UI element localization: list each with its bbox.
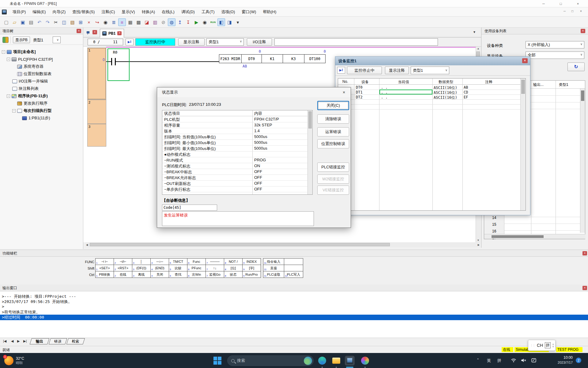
fkey-f2[interactable]: 2⊣/⊢ — [114, 258, 132, 265]
show-pb-button[interactable]: 显示PB — [13, 36, 30, 43]
tray-ime-mode[interactable]: 拼 — [497, 358, 501, 363]
scrollbar-thumb[interactable] — [308, 111, 312, 128]
operand-cell-dt0[interactable]: DT0 — [241, 54, 262, 63]
fkey-ctrl-f8[interactable]: 8状态 — [224, 271, 243, 278]
menu-debug[interactable]: 调试(D) — [178, 7, 198, 17]
toolbar-more-icon[interactable]: ▾ — [234, 18, 242, 26]
scroll-right-icon[interactable]: ▶ — [478, 243, 480, 246]
nav-last-icon[interactable]: ▶| — [23, 339, 27, 343]
fkey-ctrl-f6[interactable]: 6次Win — [187, 271, 206, 278]
clock-date[interactable]: 2023/7/17 — [548, 361, 573, 364]
mdi-close-button[interactable]: × — [580, 10, 582, 13]
convert-icon[interactable]: ▶ — [193, 18, 200, 26]
search-box[interactable]: 搜索 — [227, 355, 314, 366]
comment-input[interactable] — [274, 38, 438, 46]
tab-output[interactable]: 输出 — [30, 338, 49, 344]
close-panel-icon[interactable]: × — [582, 251, 587, 255]
tree-type-dropdown[interactable]: ∨ — [53, 36, 61, 43]
menu-view[interactable]: 显示(V) — [118, 7, 138, 17]
nav-prev-icon[interactable]: ◀ — [11, 339, 13, 343]
fkey-shift-f7[interactable]: 7↑↓ — [205, 265, 224, 271]
fkey-shift-f3[interactable]: 3(DF(/)) — [132, 265, 151, 271]
tree-item-block-comment[interactable]: 块注释列表 — [12, 85, 39, 92]
tree-item-system-registers[interactable]: 系统寄存器 — [17, 63, 43, 70]
output-log[interactable]: >--- 开始转换: 项目:FPProject --- >2023/07/17 … — [0, 291, 588, 338]
menu-wizard[interactable]: 向导(Z) — [49, 7, 69, 17]
fkey-ctrl-f4[interactable]: 4关闭 — [150, 271, 169, 278]
collapse-icon[interactable]: − — [2, 50, 5, 54]
fkey-f6[interactable]: 6Func — [187, 258, 206, 265]
fkey-f5[interactable]: 5TM/CT — [169, 258, 187, 265]
fkey-shift-f8[interactable]: 8[位] — [224, 265, 243, 271]
fkey-ctrl-f7[interactable]: 7监视Go — [205, 271, 224, 278]
rung-3-cell[interactable]: 3 — [87, 124, 106, 147]
close-dialog-button[interactable]: 关闭(C) — [317, 101, 349, 110]
close-button[interactable]: × — [571, 0, 585, 7]
status-table[interactable]: 状态项目 内容 PLC机型FP0H C32T/P 程序容量32k STEP 版本… — [162, 110, 313, 195]
fkey-shift-f6[interactable]: 6PFunc — [187, 265, 206, 271]
maximize-button[interactable]: □ — [554, 0, 568, 7]
run-mode-icon[interactable]: RUN — [209, 18, 217, 26]
monitor-toggle-icon[interactable]: ▶‖ — [337, 67, 345, 74]
fkey-f8[interactable]: 8NOT / — [224, 258, 243, 265]
fkey-ctrl-f2[interactable]: 2在线 — [114, 271, 132, 278]
io-comment-list-icon[interactable]: ≣ — [110, 18, 118, 26]
tray-language[interactable]: 英 — [487, 358, 491, 363]
tree-item-project[interactable]: − 项目[未命名] — [2, 48, 36, 55]
fkey-ctrl-f3[interactable]: 3离线 — [132, 271, 151, 278]
device-list-hscrollbar[interactable] — [484, 234, 586, 239]
menu-tools[interactable]: 工具(T) — [198, 7, 218, 17]
ime-mode[interactable]: 拼 — [545, 342, 551, 348]
dialog-titlebar[interactable]: 状态显示 × — [157, 87, 351, 97]
volume-muted-icon[interactable] — [521, 358, 526, 364]
instruction-name-cell[interactable]: F263 MIDR — [219, 54, 242, 63]
show-comment-button[interactable]: 显示注释 — [178, 38, 205, 46]
calc-error-button[interactable]: 运算错误 — [317, 127, 349, 136]
monitor-toggle-icon[interactable]: ▶‖ — [126, 39, 134, 45]
delete-cell-icon[interactable]: × — [85, 18, 93, 26]
ve-link-monitor-button[interactable]: VE链接监控 — [317, 186, 349, 195]
scrollbar-thumb[interactable] — [521, 80, 525, 94]
device-kind-select[interactable]: X (外部输入)∨ — [526, 41, 584, 48]
mdi-minimize-button[interactable]: ─ — [564, 10, 566, 13]
comment-type-select[interactable]: 类型1∨ — [206, 38, 244, 46]
jump-icon[interactable]: ↪ — [93, 18, 101, 26]
menu-help[interactable]: 帮助(H) — [259, 7, 280, 17]
close-window-icon[interactable]: × — [522, 58, 528, 63]
tree-item-program-blocks[interactable]: − 程序块(PB-11步) — [7, 93, 48, 99]
print-icon[interactable]: ▤ — [27, 18, 35, 26]
scrollbar-thumb[interactable] — [90, 243, 390, 246]
fkey-ctrl-f11[interactable]: 11PLC读取 — [263, 271, 284, 278]
row-value[interactable]: . . — [381, 95, 388, 99]
tab-list-dropdown-icon[interactable]: ▼ — [473, 30, 476, 34]
rung-1-cell[interactable]: 1 0 — [87, 48, 106, 100]
instruction-block[interactable]: F263 MIDR DT0 K1 K3 DT100 — [219, 54, 326, 63]
pen-pad-icon[interactable] — [531, 358, 537, 364]
scrollbar-thumb[interactable] — [492, 235, 544, 238]
tray-expand-icon[interactable]: ⌃ — [477, 358, 479, 362]
paint-app-icon[interactable] — [360, 356, 370, 366]
tree-item-io-comment[interactable]: I/O注释一并编辑 — [12, 78, 48, 85]
pin-icon[interactable] — [86, 31, 90, 35]
fkey-ctrl-f1[interactable]: 1PB转换 — [95, 271, 114, 278]
undo-icon[interactable]: ↶ — [36, 18, 43, 26]
open-project-icon[interactable]: ▱ — [11, 18, 18, 26]
fkey-shift-f5[interactable]: 5比较 — [169, 265, 187, 271]
tree-item-exec-order[interactable]: 更改执行顺序 — [17, 100, 47, 107]
ime-language[interactable]: CH — [537, 343, 543, 348]
drag-handle-icon[interactable]: ⋮⋮ — [530, 344, 535, 347]
menu-online[interactable]: 在线(L) — [158, 7, 178, 17]
nav-next-icon[interactable]: ▶ — [17, 339, 20, 343]
mdi-restore-button[interactable]: □ — [571, 10, 573, 13]
refresh-button[interactable]: ↻ — [567, 63, 585, 71]
device-monitor-vscrollbar[interactable] — [520, 79, 526, 210]
tree-item-position-table[interactable]: 位置控制数据表 — [17, 71, 51, 77]
close-document-icon[interactable]: × — [92, 30, 97, 34]
close-panel-icon[interactable]: × — [581, 29, 585, 33]
menu-window[interactable]: 窗口(W) — [238, 7, 259, 17]
start-button[interactable] — [213, 356, 222, 366]
fkey-ctrl-f5[interactable]: 5查找 — [169, 271, 187, 278]
fkey-f7[interactable]: 7──── — [205, 258, 224, 265]
tab-search[interactable]: 检索 — [66, 338, 85, 344]
scroll-left-icon[interactable]: ◀ — [86, 243, 88, 246]
